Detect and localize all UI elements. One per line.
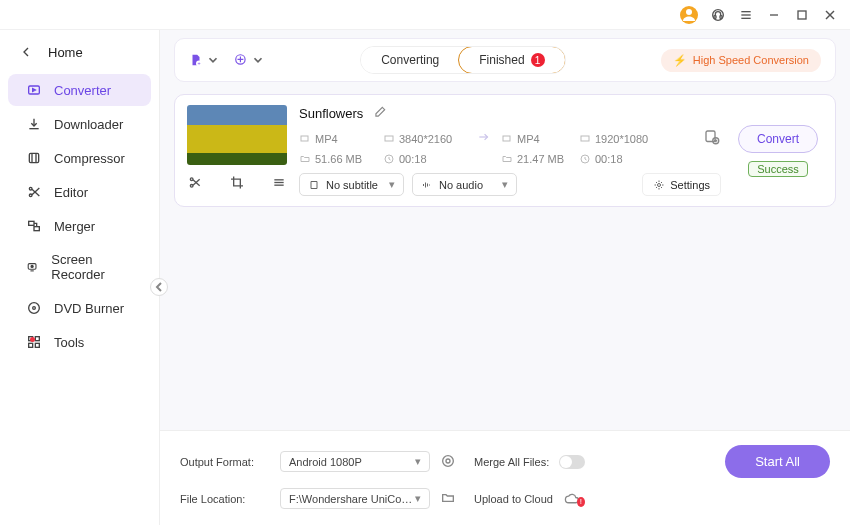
- resolution-icon: [579, 133, 591, 145]
- add-url-button[interactable]: [234, 53, 265, 67]
- svg-rect-43: [503, 136, 510, 141]
- output-format-select[interactable]: Android 1080P▾: [280, 451, 430, 472]
- tab-finished[interactable]: Finished 1: [458, 46, 565, 74]
- subtitle-icon: [308, 179, 320, 191]
- support-icon[interactable]: [710, 7, 726, 23]
- sidebar-item-converter[interactable]: Converter: [8, 74, 151, 106]
- cloud-upload-icon[interactable]: !: [563, 491, 585, 507]
- sidebar-item-downloader[interactable]: Downloader: [8, 108, 151, 140]
- sidebar-item-dvd-burner[interactable]: DVD Burner: [8, 292, 151, 324]
- chevron-left-icon: [18, 44, 34, 60]
- sidebar-item-label: Compressor: [54, 151, 125, 166]
- src-format: MP4: [315, 133, 338, 145]
- file-card: Sunflowers MP4 3840*2160 MP4 1920*1080 5…: [174, 94, 836, 207]
- svg-rect-40: [301, 136, 308, 141]
- sidebar-item-label: Merger: [54, 219, 95, 234]
- file-location-label: File Location:: [180, 493, 270, 505]
- download-icon: [26, 116, 42, 132]
- file-title: Sunflowers: [299, 106, 363, 121]
- toolbar: + Converting Finished 1 ⚡ High Speed Con…: [174, 38, 836, 82]
- add-file-button[interactable]: +: [189, 53, 220, 67]
- footer: Output Format: Android 1080P▾ Merge All …: [160, 430, 850, 525]
- svg-point-54: [443, 455, 454, 466]
- folder-icon: [501, 153, 513, 165]
- finished-count-badge: 1: [531, 53, 545, 67]
- trim-icon[interactable]: [187, 173, 203, 192]
- arrow-right-icon: [475, 130, 493, 147]
- preset-icon[interactable]: [440, 453, 456, 471]
- svg-text:+: +: [197, 60, 200, 66]
- svg-rect-27: [35, 337, 39, 341]
- src-res: 3840*2160: [399, 133, 452, 145]
- tab-converting[interactable]: Converting: [361, 47, 459, 73]
- file-location-select[interactable]: F:\Wondershare UniConverter 1▾: [280, 488, 430, 509]
- tab-label: Finished: [479, 53, 524, 67]
- dst-dur: 00:18: [595, 153, 623, 165]
- close-button[interactable]: [822, 7, 838, 23]
- svg-point-17: [29, 194, 32, 197]
- sidebar-item-label: Screen Recorder: [51, 252, 133, 282]
- subtitle-select[interactable]: No subtitle ▾: [299, 173, 404, 196]
- svg-rect-2: [714, 15, 716, 18]
- svg-line-18: [32, 189, 39, 196]
- menu-icon[interactable]: [738, 7, 754, 23]
- thumbnail[interactable]: [187, 105, 287, 165]
- sidebar-item-merger[interactable]: Merger: [8, 210, 151, 242]
- dst-res: 1920*1080: [595, 133, 648, 145]
- src-size: 51.66 MB: [315, 153, 362, 165]
- recorder-icon: [26, 259, 39, 275]
- sidebar-item-label: Editor: [54, 185, 88, 200]
- convert-button[interactable]: Convert: [738, 125, 818, 153]
- subtitle-value: No subtitle: [326, 179, 378, 191]
- svg-rect-3: [720, 15, 722, 18]
- collapse-handle[interactable]: [150, 278, 168, 296]
- home-label: Home: [48, 45, 83, 60]
- high-speed-badge[interactable]: ⚡ High Speed Conversion: [661, 49, 821, 72]
- start-all-button[interactable]: Start All: [725, 445, 830, 478]
- settings-button[interactable]: Settings: [642, 173, 721, 196]
- chevron-down-icon: ▾: [389, 178, 395, 191]
- edit-title-icon[interactable]: [373, 105, 387, 122]
- account-icon[interactable]: [680, 6, 698, 24]
- sidebar-item-label: DVD Burner: [54, 301, 124, 316]
- sidebar-item-tools[interactable]: Tools: [8, 326, 151, 358]
- sidebar-item-label: Tools: [54, 335, 84, 350]
- output-settings-icon[interactable]: [703, 128, 721, 149]
- svg-rect-28: [29, 343, 33, 347]
- converter-icon: [26, 82, 42, 98]
- main-panel: + Converting Finished 1 ⚡ High Speed Con…: [160, 30, 850, 525]
- open-folder-icon[interactable]: [440, 490, 456, 508]
- svg-rect-8: [798, 11, 806, 19]
- video-icon: [299, 133, 311, 145]
- minimize-button[interactable]: [766, 7, 782, 23]
- svg-rect-13: [29, 153, 38, 162]
- chevron-down-icon: ▾: [415, 492, 421, 505]
- sidebar-item-label: Downloader: [54, 117, 123, 132]
- status-tabs: Converting Finished 1: [360, 46, 565, 74]
- sidebar-item-screen-recorder[interactable]: Screen Recorder: [8, 244, 151, 290]
- maximize-button[interactable]: [794, 7, 810, 23]
- svg-marker-12: [33, 89, 36, 92]
- merge-toggle[interactable]: [559, 455, 585, 469]
- svg-point-55: [446, 459, 450, 463]
- sidebar-item-compressor[interactable]: Compressor: [8, 142, 151, 174]
- high-speed-label: High Speed Conversion: [693, 54, 809, 66]
- sidebar-item-editor[interactable]: Editor: [8, 176, 151, 208]
- audio-value: No audio: [439, 179, 483, 191]
- warning-badge: !: [577, 497, 585, 507]
- svg-rect-20: [29, 221, 34, 225]
- crop-icon[interactable]: [229, 173, 245, 192]
- sidebar-item-label: Converter: [54, 83, 111, 98]
- video-icon: [501, 133, 513, 145]
- audio-select[interactable]: No audio ▾: [412, 173, 517, 196]
- more-icon[interactable]: [271, 173, 287, 192]
- tools-icon: [26, 334, 42, 350]
- clock-icon: [579, 153, 591, 165]
- svg-point-34: [190, 185, 193, 188]
- svg-rect-45: [706, 131, 715, 142]
- home-back[interactable]: Home: [0, 36, 159, 68]
- chevron-down-icon: ▾: [415, 455, 421, 468]
- success-badge: Success: [748, 161, 808, 177]
- dst-format: MP4: [517, 133, 540, 145]
- sidebar: Home Converter Downloader Compressor Edi…: [0, 30, 160, 525]
